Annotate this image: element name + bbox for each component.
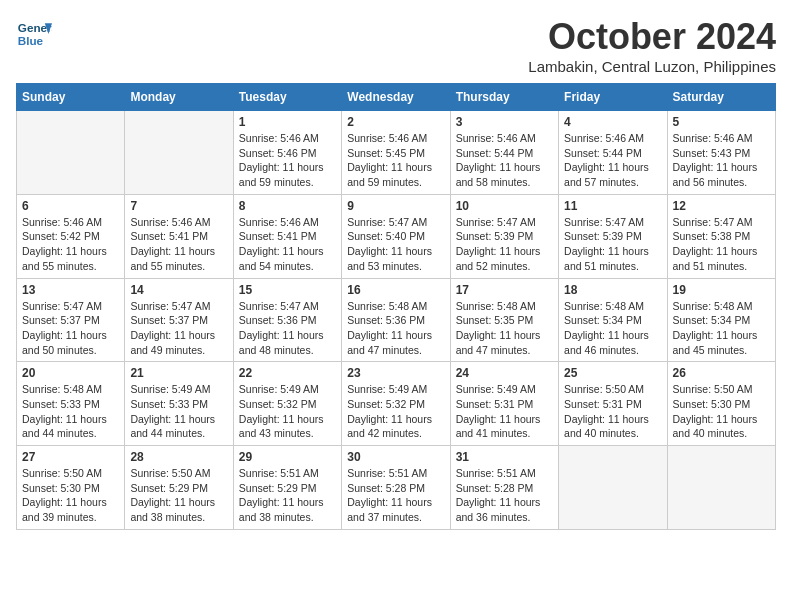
day-info: Sunrise: 5:46 AMSunset: 5:45 PMDaylight:… <box>347 131 444 190</box>
calendar-cell: 15Sunrise: 5:47 AMSunset: 5:36 PMDayligh… <box>233 278 341 362</box>
location-title: Lambakin, Central Luzon, Philippines <box>528 58 776 75</box>
day-number: 29 <box>239 450 336 464</box>
day-info: Sunrise: 5:51 AMSunset: 5:28 PMDaylight:… <box>456 466 553 525</box>
calendar-cell: 13Sunrise: 5:47 AMSunset: 5:37 PMDayligh… <box>17 278 125 362</box>
calendar-cell: 20Sunrise: 5:48 AMSunset: 5:33 PMDayligh… <box>17 362 125 446</box>
day-number: 6 <box>22 199 119 213</box>
day-info: Sunrise: 5:46 AMSunset: 5:41 PMDaylight:… <box>239 215 336 274</box>
day-info: Sunrise: 5:46 AMSunset: 5:44 PMDaylight:… <box>456 131 553 190</box>
day-info: Sunrise: 5:46 AMSunset: 5:42 PMDaylight:… <box>22 215 119 274</box>
day-number: 17 <box>456 283 553 297</box>
day-info: Sunrise: 5:51 AMSunset: 5:29 PMDaylight:… <box>239 466 336 525</box>
day-info: Sunrise: 5:46 AMSunset: 5:41 PMDaylight:… <box>130 215 227 274</box>
calendar-cell: 28Sunrise: 5:50 AMSunset: 5:29 PMDayligh… <box>125 446 233 530</box>
day-number: 18 <box>564 283 661 297</box>
day-info: Sunrise: 5:49 AMSunset: 5:32 PMDaylight:… <box>347 382 444 441</box>
calendar-cell: 14Sunrise: 5:47 AMSunset: 5:37 PMDayligh… <box>125 278 233 362</box>
month-title: October 2024 <box>528 16 776 58</box>
day-number: 26 <box>673 366 770 380</box>
calendar-cell <box>667 446 775 530</box>
day-number: 11 <box>564 199 661 213</box>
calendar-cell: 4Sunrise: 5:46 AMSunset: 5:44 PMDaylight… <box>559 111 667 195</box>
day-info: Sunrise: 5:50 AMSunset: 5:30 PMDaylight:… <box>673 382 770 441</box>
day-number: 8 <box>239 199 336 213</box>
svg-text:Blue: Blue <box>18 34 44 47</box>
day-info: Sunrise: 5:48 AMSunset: 5:34 PMDaylight:… <box>564 299 661 358</box>
calendar-header-row: SundayMondayTuesdayWednesdayThursdayFrid… <box>17 84 776 111</box>
title-block: October 2024 Lambakin, Central Luzon, Ph… <box>528 16 776 75</box>
calendar-week-row: 6Sunrise: 5:46 AMSunset: 5:42 PMDaylight… <box>17 194 776 278</box>
day-info: Sunrise: 5:48 AMSunset: 5:35 PMDaylight:… <box>456 299 553 358</box>
calendar-cell: 7Sunrise: 5:46 AMSunset: 5:41 PMDaylight… <box>125 194 233 278</box>
day-info: Sunrise: 5:50 AMSunset: 5:31 PMDaylight:… <box>564 382 661 441</box>
day-number: 1 <box>239 115 336 129</box>
calendar-cell: 10Sunrise: 5:47 AMSunset: 5:39 PMDayligh… <box>450 194 558 278</box>
calendar-cell: 3Sunrise: 5:46 AMSunset: 5:44 PMDaylight… <box>450 111 558 195</box>
day-info: Sunrise: 5:47 AMSunset: 5:38 PMDaylight:… <box>673 215 770 274</box>
header-monday: Monday <box>125 84 233 111</box>
calendar-cell <box>125 111 233 195</box>
calendar-cell: 17Sunrise: 5:48 AMSunset: 5:35 PMDayligh… <box>450 278 558 362</box>
calendar-cell: 31Sunrise: 5:51 AMSunset: 5:28 PMDayligh… <box>450 446 558 530</box>
day-number: 16 <box>347 283 444 297</box>
calendar-cell <box>559 446 667 530</box>
logo-icon: General Blue <box>16 16 52 52</box>
day-info: Sunrise: 5:48 AMSunset: 5:33 PMDaylight:… <box>22 382 119 441</box>
calendar-cell: 18Sunrise: 5:48 AMSunset: 5:34 PMDayligh… <box>559 278 667 362</box>
day-number: 14 <box>130 283 227 297</box>
calendar-cell: 22Sunrise: 5:49 AMSunset: 5:32 PMDayligh… <box>233 362 341 446</box>
day-info: Sunrise: 5:47 AMSunset: 5:37 PMDaylight:… <box>22 299 119 358</box>
day-info: Sunrise: 5:47 AMSunset: 5:40 PMDaylight:… <box>347 215 444 274</box>
day-info: Sunrise: 5:50 AMSunset: 5:29 PMDaylight:… <box>130 466 227 525</box>
calendar-week-row: 27Sunrise: 5:50 AMSunset: 5:30 PMDayligh… <box>17 446 776 530</box>
day-number: 20 <box>22 366 119 380</box>
logo: General Blue <box>16 16 52 52</box>
day-number: 12 <box>673 199 770 213</box>
header-thursday: Thursday <box>450 84 558 111</box>
day-number: 10 <box>456 199 553 213</box>
calendar-cell: 9Sunrise: 5:47 AMSunset: 5:40 PMDaylight… <box>342 194 450 278</box>
day-info: Sunrise: 5:48 AMSunset: 5:34 PMDaylight:… <box>673 299 770 358</box>
calendar-cell: 27Sunrise: 5:50 AMSunset: 5:30 PMDayligh… <box>17 446 125 530</box>
day-number: 9 <box>347 199 444 213</box>
day-number: 15 <box>239 283 336 297</box>
calendar-cell: 23Sunrise: 5:49 AMSunset: 5:32 PMDayligh… <box>342 362 450 446</box>
header-sunday: Sunday <box>17 84 125 111</box>
day-info: Sunrise: 5:49 AMSunset: 5:33 PMDaylight:… <box>130 382 227 441</box>
day-number: 23 <box>347 366 444 380</box>
calendar-cell: 11Sunrise: 5:47 AMSunset: 5:39 PMDayligh… <box>559 194 667 278</box>
day-number: 31 <box>456 450 553 464</box>
calendar-cell: 1Sunrise: 5:46 AMSunset: 5:46 PMDaylight… <box>233 111 341 195</box>
calendar-cell: 30Sunrise: 5:51 AMSunset: 5:28 PMDayligh… <box>342 446 450 530</box>
day-number: 5 <box>673 115 770 129</box>
calendar-cell: 26Sunrise: 5:50 AMSunset: 5:30 PMDayligh… <box>667 362 775 446</box>
calendar-cell <box>17 111 125 195</box>
day-number: 19 <box>673 283 770 297</box>
day-number: 7 <box>130 199 227 213</box>
day-number: 28 <box>130 450 227 464</box>
day-info: Sunrise: 5:46 AMSunset: 5:44 PMDaylight:… <box>564 131 661 190</box>
day-info: Sunrise: 5:47 AMSunset: 5:39 PMDaylight:… <box>564 215 661 274</box>
calendar-cell: 19Sunrise: 5:48 AMSunset: 5:34 PMDayligh… <box>667 278 775 362</box>
calendar-cell: 6Sunrise: 5:46 AMSunset: 5:42 PMDaylight… <box>17 194 125 278</box>
calendar-week-row: 1Sunrise: 5:46 AMSunset: 5:46 PMDaylight… <box>17 111 776 195</box>
page-header: General Blue October 2024 Lambakin, Cent… <box>16 16 776 75</box>
header-wednesday: Wednesday <box>342 84 450 111</box>
day-info: Sunrise: 5:46 AMSunset: 5:46 PMDaylight:… <box>239 131 336 190</box>
calendar-cell: 5Sunrise: 5:46 AMSunset: 5:43 PMDaylight… <box>667 111 775 195</box>
day-number: 4 <box>564 115 661 129</box>
day-info: Sunrise: 5:46 AMSunset: 5:43 PMDaylight:… <box>673 131 770 190</box>
day-number: 22 <box>239 366 336 380</box>
header-friday: Friday <box>559 84 667 111</box>
calendar-week-row: 13Sunrise: 5:47 AMSunset: 5:37 PMDayligh… <box>17 278 776 362</box>
day-number: 27 <box>22 450 119 464</box>
calendar-cell: 29Sunrise: 5:51 AMSunset: 5:29 PMDayligh… <box>233 446 341 530</box>
day-number: 30 <box>347 450 444 464</box>
calendar-cell: 21Sunrise: 5:49 AMSunset: 5:33 PMDayligh… <box>125 362 233 446</box>
calendar-cell: 8Sunrise: 5:46 AMSunset: 5:41 PMDaylight… <box>233 194 341 278</box>
header-saturday: Saturday <box>667 84 775 111</box>
day-info: Sunrise: 5:47 AMSunset: 5:37 PMDaylight:… <box>130 299 227 358</box>
calendar-cell: 16Sunrise: 5:48 AMSunset: 5:36 PMDayligh… <box>342 278 450 362</box>
calendar-week-row: 20Sunrise: 5:48 AMSunset: 5:33 PMDayligh… <box>17 362 776 446</box>
day-info: Sunrise: 5:48 AMSunset: 5:36 PMDaylight:… <box>347 299 444 358</box>
